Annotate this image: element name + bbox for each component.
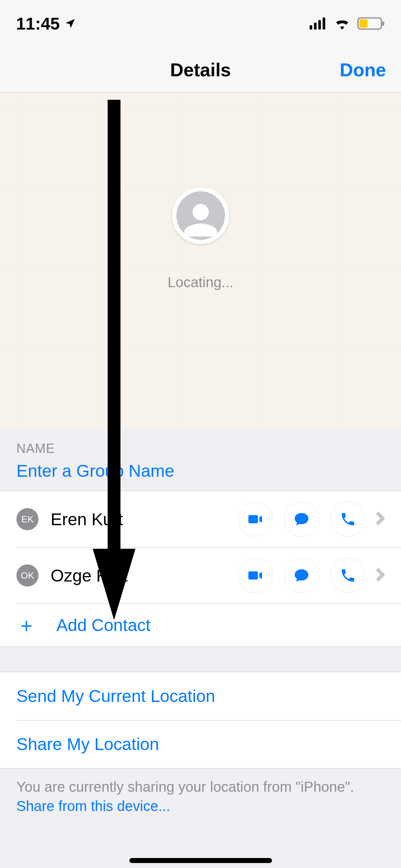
plus-icon: ＋ (16, 615, 36, 635)
location-arrow-icon (64, 17, 76, 30)
svg-rect-5 (382, 21, 384, 26)
map-pin-avatar (172, 187, 229, 244)
audio-call-button[interactable] (330, 558, 365, 593)
chevron-right-icon (375, 511, 385, 527)
cellular-icon (309, 17, 327, 30)
add-contact-button[interactable]: ＋ Add Contact (0, 604, 401, 646)
svg-rect-0 (310, 25, 312, 30)
avatar-placeholder-icon (176, 191, 225, 240)
svg-rect-1 (314, 23, 317, 30)
contact-actions (238, 558, 365, 593)
footer-link[interactable]: Share from this device... (16, 798, 170, 814)
done-button[interactable]: Done (340, 59, 386, 81)
wifi-icon (334, 17, 351, 30)
map-area[interactable]: Locating... (0, 93, 401, 429)
video-call-button[interactable] (238, 502, 273, 537)
status-left: 11:45 (16, 14, 76, 33)
contact-monogram: OK (16, 564, 38, 587)
group-name-cell[interactable] (0, 460, 401, 491)
share-location-button[interactable]: Share My Location (0, 720, 401, 768)
contact-row[interactable]: EK Eren Kurt (0, 491, 401, 547)
message-button[interactable] (284, 502, 319, 537)
group-name-input[interactable] (16, 461, 385, 481)
status-right (309, 17, 385, 30)
svg-rect-2 (318, 20, 321, 30)
add-contact-label: Add Contact (56, 615, 150, 635)
location-section: Send My Current Location Share My Locati… (0, 672, 401, 769)
chevron-right-icon (375, 568, 385, 583)
map-status-text: Locating... (168, 274, 233, 290)
video-call-button[interactable] (238, 558, 273, 593)
footer-note: You are currently sharing your location … (0, 769, 401, 830)
battery-icon (357, 17, 385, 30)
status-bar: 11:45 (0, 0, 401, 47)
name-section-header: NAME (0, 429, 401, 460)
send-location-button[interactable]: Send My Current Location (0, 672, 401, 720)
footer-text: You are currently sharing your location … (16, 779, 354, 795)
status-time: 11:45 (16, 14, 60, 33)
contact-monogram: EK (16, 508, 38, 530)
contact-name: Eren Kurt (51, 510, 238, 529)
audio-call-button[interactable] (330, 502, 365, 537)
contact-actions (238, 502, 365, 537)
contacts-list: EK Eren Kurt OK Ozge Kurt ＋ Add Contact (0, 491, 401, 647)
svg-rect-6 (359, 19, 367, 27)
section-spacer (0, 647, 401, 672)
svg-rect-3 (323, 17, 325, 30)
home-indicator (129, 858, 272, 863)
contact-row[interactable]: OK Ozge Kurt (0, 547, 401, 604)
message-button[interactable] (284, 558, 319, 593)
contact-name: Ozge Kurt (51, 566, 238, 585)
nav-bar: Details Done (0, 47, 401, 93)
